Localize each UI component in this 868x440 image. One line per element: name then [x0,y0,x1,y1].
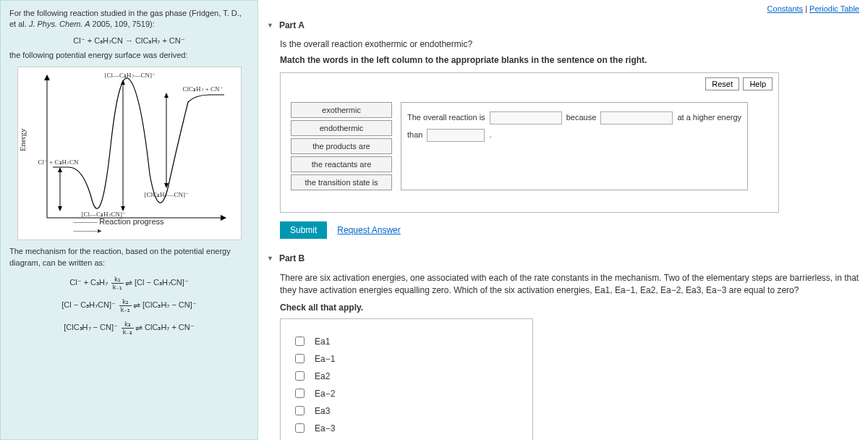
word-bank: exothermic endothermic the products are … [291,102,392,190]
problem-panel: For the following reaction studied in th… [0,0,258,440]
part-b-title: Part B [279,253,305,263]
sentence-frag: at a higher energy [677,113,741,122]
word-exothermic[interactable]: exothermic [291,102,392,118]
check-ea-3[interactable]: Ea−3 [295,423,518,433]
check-ea1[interactable]: Ea1 [295,337,518,347]
sentence-frag: than [407,130,422,139]
journal: J. Phys. Chem. A [29,20,90,28]
part-a-instruction: Match the words in the left column to th… [280,55,859,65]
blank-1[interactable] [490,111,562,124]
part-b-description: There are six activation energies, one a… [280,272,859,297]
periodic-table-link[interactable]: Periodic Table [809,4,859,13]
mechanism-intro: The mechanism for the reaction, based on… [9,246,249,268]
checkbox-group: Ea1 Ea−1 Ea2 Ea−2 Ea3 Ea−3 [280,318,533,440]
energy-curve [40,73,235,221]
x-axis-label: ——— Reaction progress ———▸ [74,217,185,235]
part-b-header[interactable]: ▼ Part B [267,253,859,263]
request-answer-link[interactable]: Request Answer [337,225,400,235]
mech-step-3: [ClC₃H₇ − CN]⁻ k₃k₋₃⇌ ClC₃H₇ + CN⁻ [9,321,249,336]
energy-diagram: Energy [Cl—C₃ [17,67,242,240]
check-ea2[interactable]: Ea2 [295,371,518,381]
check-ea3[interactable]: Ea3 [295,406,518,416]
checkbox-ea-3[interactable] [295,423,305,433]
word-transition[interactable]: the transition state is [291,174,392,190]
help-button[interactable]: Help [743,77,773,90]
sentence-frag: The overall reaction is [407,113,485,122]
y-axis-label: Energy [18,129,27,152]
check-ea-2[interactable]: Ea−2 [295,389,518,399]
intro-text: For the following reaction studied in th… [9,8,249,30]
svg-marker-5 [58,167,62,172]
svg-marker-8 [121,80,125,85]
sentence-frag: . [490,130,492,139]
part-a-question: Is the overall reaction exothermic or en… [280,39,859,49]
checkbox-ea-2[interactable] [295,389,305,398]
checkbox-ea3[interactable] [295,406,305,415]
label-well2: [ClC₃H₇—CN]⁻ [145,191,190,198]
matching-container: Reset Help exothermic endothermic the pr… [280,72,779,213]
intro-text-2: the following potential energy surface w… [9,50,249,61]
caret-down-icon: ▼ [267,22,273,29]
svg-marker-11 [164,93,169,98]
checkbox-ea1[interactable] [295,337,305,346]
reset-button[interactable]: Reset [705,77,739,90]
blank-3[interactable] [427,129,485,142]
cite: 2005, 109, 7519): [90,20,154,28]
svg-marker-1 [44,75,50,80]
mech-step-2: [Cl − C₃H₇CN]⁻ k₂k₋₂⇌ [ClC₃H₇ − CN]⁻ [9,298,249,313]
checkbox-ea-1[interactable] [295,354,305,363]
word-endothermic[interactable]: endothermic [291,120,392,136]
caret-down-icon: ▼ [267,255,273,262]
overall-reaction: Cl⁻ + C₃H₇CN → ClC₃H₇ + CN⁻ [9,36,249,46]
word-reactants[interactable]: the reactants are [291,156,392,172]
part-a-header[interactable]: ▼ Part A [267,20,859,30]
constants-link[interactable]: Constants [767,4,804,13]
label-products: ClC₃H₇ + CN⁻ [183,85,224,93]
check-instruction: Check all that apply. [280,302,859,313]
svg-marker-6 [58,206,62,211]
checkbox-ea2[interactable] [295,371,305,381]
mech-step-1: Cl⁻ + C₃H₇ k₁k₋₁⇌ [Cl − C₃H₇CN]⁻ [9,276,249,291]
check-ea-1[interactable]: Ea−1 [295,354,518,364]
word-products[interactable]: the products are [291,138,392,154]
answer-panel: Constants | Periodic Table ▼ Part A Is t… [258,0,868,440]
label-ts: [Cl—C₃H₇—CN]⁻ [105,72,156,79]
blank-2[interactable] [600,111,673,124]
sentence-frag: because [566,113,597,122]
svg-marker-3 [221,215,226,221]
sentence-target: The overall reaction is because at a hig… [401,102,748,190]
label-reactants: Cl⁻ + C₃H₇CN [38,158,79,166]
part-a-title: Part A [279,20,305,30]
submit-button[interactable]: Submit [280,221,327,239]
top-links: Constants | Periodic Table [767,4,859,13]
